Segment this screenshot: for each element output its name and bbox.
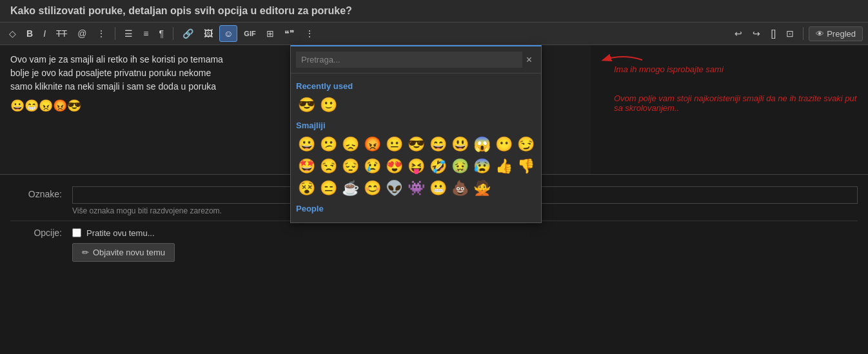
annotation-text-2: Ovom polje vam stoji najkoristeniji smaj… xyxy=(614,93,858,113)
emoji-item[interactable]: 👎 xyxy=(515,156,536,177)
emoji-item[interactable]: 🙂 xyxy=(318,95,339,115)
emoji-item[interactable]: 🤩 xyxy=(296,156,317,177)
emoji-item[interactable]: 😄 xyxy=(428,134,448,155)
view-button[interactable]: ⊡ xyxy=(782,26,798,41)
title-bar: Kako stilizovati poruke, detaljan opis s… xyxy=(0,0,868,23)
italic-button[interactable]: I xyxy=(39,26,50,41)
smajliji-grid: 😀 😕 😞 😡 😐 😎 😄 😃 😱 😶 😏 🤩 😒 😔 😢 😍 xyxy=(296,134,536,199)
submit-area: ✏ Objavite novu temu xyxy=(10,243,858,262)
emoji-item[interactable]: 😃 xyxy=(449,134,470,155)
emoji-item[interactable]: 😑 xyxy=(318,178,339,199)
options-label: Opcije: xyxy=(10,228,62,238)
emoji-item[interactable]: 😎 xyxy=(296,95,317,115)
emoji-search-bar: × xyxy=(291,46,541,74)
redo-button[interactable]: ↪ xyxy=(749,26,764,41)
emoji-item[interactable]: 👽 xyxy=(384,178,404,199)
follow-label: Pratite ovu temu... xyxy=(86,228,155,238)
emoji-item[interactable]: 😀 xyxy=(296,134,317,155)
emoji-item[interactable]: 😡 xyxy=(362,134,382,155)
emoji-item[interactable]: 🙅 xyxy=(471,178,492,199)
emoji-item[interactable]: 🤢 xyxy=(449,156,470,177)
emoji-item[interactable]: 😝 xyxy=(406,156,426,177)
emoji-item[interactable]: 😒 xyxy=(318,156,339,177)
emoji-search-input[interactable] xyxy=(296,52,522,68)
page-container: Kako stilizovati poruke, detaljan opis s… xyxy=(0,0,868,354)
options-row: Opcije: Pratite ovu temu... xyxy=(10,228,858,238)
separator-3 xyxy=(803,27,804,40)
eraser-button[interactable]: ◇ xyxy=(5,26,20,41)
emoji-item[interactable]: 😶 xyxy=(493,134,514,155)
preview-button[interactable]: 👁 Pregled xyxy=(809,26,863,41)
emoji-item[interactable]: 👍 xyxy=(493,156,514,177)
recently-used-grid: 😎 🙂 xyxy=(296,95,536,115)
emoji-item[interactable]: 😰 xyxy=(471,156,492,177)
mention-button[interactable]: @ xyxy=(74,26,90,41)
annotation-text-1: Ima ih mnogo isprobajte sami xyxy=(614,64,858,74)
emoji-item[interactable]: 😍 xyxy=(384,156,404,177)
emoji-item[interactable]: 😬 xyxy=(428,178,448,199)
more-button-1[interactable]: ⋮ xyxy=(93,26,110,41)
toolbar: ◇ B I TT @ ⋮ ☰ ≡ ¶ 🔗 🖼 ☺ GIF ⊞ ❝❞ ⋮ ↩ ↪ … xyxy=(0,23,868,45)
link-button[interactable]: 🔗 xyxy=(179,26,197,41)
emoji-item[interactable]: 🤣 xyxy=(428,156,448,177)
emoji-item[interactable]: 😞 xyxy=(340,134,360,155)
gif-button[interactable]: GIF xyxy=(240,27,259,40)
separator-2 xyxy=(173,27,173,40)
emoji-item[interactable]: 😕 xyxy=(318,134,339,155)
emoji-item[interactable]: 😎 xyxy=(406,134,426,155)
annotation-arrow xyxy=(597,50,649,70)
follow-checkbox[interactable] xyxy=(72,228,81,237)
people-label: People xyxy=(296,204,536,213)
editor-content-area: Ovo vam je za smajli ali retko ih se kor… xyxy=(0,45,868,174)
preview-label: Pregled xyxy=(827,29,856,39)
preview-icon: 👁 xyxy=(816,29,824,39)
code-button[interactable]: [] xyxy=(767,26,780,41)
image-button[interactable]: 🖼 xyxy=(200,26,217,41)
emoji-close-button[interactable]: × xyxy=(522,53,536,67)
recently-used-label: Recently used xyxy=(296,81,536,91)
editor-emojis: 😀😁😠😡😎 xyxy=(10,99,81,112)
emoji-item[interactable]: ☕ xyxy=(340,178,360,199)
emoji-body[interactable]: Recently used 😎 🙂 Smajliji 😀 😕 😞 😡 😐 😎 😄… xyxy=(291,74,541,222)
emoji-item[interactable]: 👾 xyxy=(406,178,426,199)
submit-icon: ✏ xyxy=(82,248,89,257)
emoji-button[interactable]: ☺ xyxy=(219,25,237,42)
submit-button[interactable]: ✏ Objavite novu temu xyxy=(72,243,175,262)
emoji-item[interactable]: 💩 xyxy=(449,178,470,199)
emoji-item[interactable]: 😐 xyxy=(384,134,404,155)
emoji-item[interactable]: 😢 xyxy=(362,156,382,177)
table-button[interactable]: ⊞ xyxy=(262,26,278,41)
submit-label: Objavite novu temu xyxy=(93,248,165,257)
emoji-picker: × Recently used 😎 🙂 Smajliji 😀 😕 😞 😡 😐 xyxy=(290,45,542,223)
paragraph-button[interactable]: ¶ xyxy=(155,26,168,41)
follow-option: Pratite ovu temu... xyxy=(72,228,155,238)
emoji-item[interactable]: 😏 xyxy=(515,134,536,155)
strikethrough-button[interactable]: TT xyxy=(52,26,71,41)
page-title: Kako stilizovati poruke, detaljan opis s… xyxy=(10,5,352,16)
emoji-item[interactable]: 😵 xyxy=(296,178,317,199)
separator-1 xyxy=(115,27,115,40)
emoji-item[interactable]: 😊 xyxy=(362,178,382,199)
more-button-2[interactable]: ⋮ xyxy=(301,26,318,41)
quote-button[interactable]: ❝❞ xyxy=(281,26,299,41)
annotation-area: Ima ih mnogo isprobajte sami Ovom polje … xyxy=(597,45,868,174)
tags-label: Oznake: xyxy=(10,186,62,199)
undo-button[interactable]: ↩ xyxy=(731,26,746,41)
list-button[interactable]: ☰ xyxy=(121,26,137,41)
emoji-item[interactable]: 😔 xyxy=(340,156,360,177)
toolbar-right: ↩ ↪ [] ⊡ 👁 Pregled xyxy=(731,26,863,41)
emoji-item[interactable]: 😱 xyxy=(471,134,492,155)
bold-button[interactable]: B xyxy=(23,26,37,41)
smajliji-label: Smajliji xyxy=(296,121,536,130)
align-button[interactable]: ≡ xyxy=(139,26,152,41)
